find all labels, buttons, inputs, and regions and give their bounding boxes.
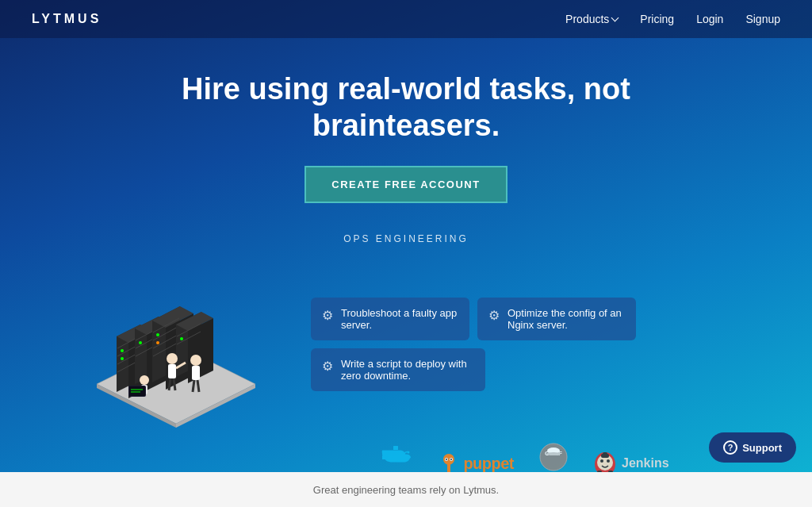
content-area: OPS ENGINEERING — [0, 233, 812, 507]
nav-pricing[interactable]: Pricing — [640, 13, 674, 25]
task-row-1: ⚙ Troubleshoot a faulty app server. ⚙ Op… — [311, 298, 763, 340]
svg-point-39 — [190, 355, 201, 366]
footer-bar: Great engineering teams rely on Lytmus. — [0, 472, 812, 507]
section-label: OPS ENGINEERING — [343, 233, 469, 244]
puppet-logo: puppet — [439, 452, 514, 474]
svg-line-37 — [174, 378, 175, 390]
nav-signup[interactable]: Signup — [745, 13, 780, 25]
hero-section: Hire using real-world tasks, not brainte… — [0, 38, 812, 219]
svg-line-41 — [193, 380, 194, 392]
svg-point-59 — [450, 459, 452, 460]
footer-text: Great engineering teams rely on Lytmus. — [313, 484, 499, 496]
nav-products[interactable]: Products — [565, 13, 618, 25]
site-logo: LYTMUS — [32, 12, 102, 26]
svg-rect-54 — [393, 446, 398, 450]
svg-point-43 — [140, 375, 149, 385]
gear-icon-3: ⚙ — [322, 359, 333, 374]
nav-links: Products Pricing Login Signup — [565, 13, 780, 25]
chevron-down-icon — [611, 14, 619, 22]
support-icon: ? — [723, 440, 737, 455]
svg-point-67 — [600, 459, 603, 463]
svg-point-18 — [139, 341, 142, 344]
task-row-2: ⚙ Write a script to deploy with zero dow… — [311, 348, 763, 391]
svg-line-42 — [197, 380, 199, 392]
svg-point-33 — [180, 337, 183, 340]
task-card-2: ⚙ Optimize the config of an Nginx server… — [477, 298, 636, 340]
support-button[interactable]: ? Support — [709, 432, 796, 463]
svg-rect-35 — [168, 364, 176, 378]
svg-rect-40 — [192, 366, 200, 380]
svg-rect-46 — [129, 386, 145, 396]
svg-point-10 — [121, 349, 124, 352]
svg-point-64 — [546, 452, 561, 455]
svg-rect-70 — [603, 452, 607, 455]
gear-icon-1: ⚙ — [322, 308, 333, 323]
create-account-button[interactable]: CREATE FREE ACCOUNT — [304, 166, 507, 203]
svg-point-58 — [446, 459, 447, 460]
svg-point-55 — [408, 451, 410, 454]
svg-line-36 — [169, 378, 170, 390]
task-card-1: ⚙ Troubleshoot a faulty app server. — [311, 298, 469, 340]
server-illustration — [49, 257, 303, 432]
svg-point-11 — [121, 357, 124, 360]
ops-section: ⚙ Troubleshoot a faulty app server. ⚙ Op… — [49, 257, 763, 432]
task-card-3: ⚙ Write a script to deploy with zero dow… — [311, 348, 485, 391]
svg-point-34 — [167, 353, 178, 364]
svg-point-26 — [156, 333, 159, 336]
gear-icon-2: ⚙ — [488, 308, 500, 323]
svg-point-68 — [607, 459, 610, 463]
navbar: LYTMUS Products Pricing Login Signup — [0, 0, 812, 38]
svg-point-27 — [156, 341, 159, 344]
nav-login[interactable]: Login — [696, 13, 723, 25]
hero-headline: Hire using real-world tasks, not brainte… — [168, 71, 644, 144]
task-cards: ⚙ Troubleshoot a faulty app server. ⚙ Op… — [303, 298, 763, 391]
